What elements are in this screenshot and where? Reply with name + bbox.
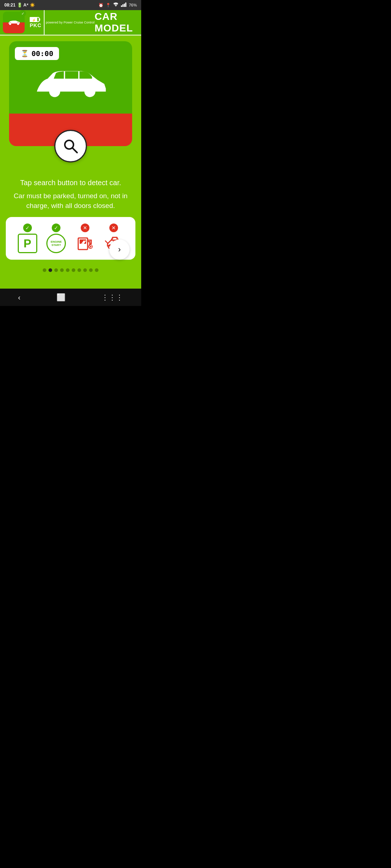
search-button[interactable] [54, 130, 87, 162]
charging-check-icon: ✕ [81, 224, 89, 232]
nav-home-button[interactable]: ⬜ [49, 290, 73, 305]
powered-by-label: powered by Power Cruise Control [45, 21, 95, 24]
car-card: ⏳ 00:00 [9, 41, 132, 146]
condition-engine: ✓ ENGINE START [46, 224, 66, 253]
nav-bar: ‹ ⬜ ⋮⋮⋮ [0, 289, 141, 306]
svg-point-4 [9, 23, 11, 25]
logo-check-badge: ✓ [20, 10, 26, 17]
pkc-icons: ⚡ [30, 17, 41, 22]
svg-point-5 [17, 23, 19, 25]
dot-1 [49, 268, 52, 272]
nav-menu-button[interactable]: ⋮⋮⋮ [94, 290, 130, 305]
svg-rect-0 [121, 5, 122, 7]
timer-badge: ⏳ 00:00 [15, 47, 59, 60]
status-bar: 08:21 🔋 Aˣ ☀️ ⏰ 📍 76% [0, 0, 141, 10]
parking-icon: P [18, 234, 37, 253]
svg-rect-3 [125, 3, 126, 7]
car-card-top: ⏳ 00:00 [9, 41, 132, 114]
parking-check-icon: ✓ [23, 224, 32, 232]
dot-6 [77, 268, 81, 272]
header-title-block: CAR MODEL [94, 11, 141, 34]
signal-bars [121, 3, 127, 8]
dot-9 [95, 268, 98, 272]
pkc-label: PKC [30, 22, 42, 28]
nav-back-button[interactable]: ‹ [11, 290, 28, 305]
instruction-line1: Tap search button to detect car. [10, 179, 131, 187]
bottom-area: › [6, 265, 135, 278]
timer-icon: ⏳ [21, 50, 29, 58]
page-title: CAR MODEL [94, 11, 141, 34]
dot-3 [60, 268, 64, 272]
instruction-line2: Car must be parked, turned on, not in ch… [10, 191, 131, 210]
charging-icon [75, 234, 95, 253]
svg-rect-8 [39, 18, 40, 21]
battery-level: 76% [129, 3, 137, 7]
condition-parking: ✓ P [18, 224, 37, 253]
engine-label-line2: START [51, 243, 61, 247]
pkc-block: ⚡ PKC [28, 10, 45, 35]
engine-icon: ENGINE START [46, 234, 66, 253]
next-icon: › [118, 245, 121, 254]
doors-check-icon: ✕ [109, 224, 118, 232]
dot-7 [83, 268, 87, 272]
dot-4 [66, 268, 70, 272]
engine-check-icon: ✓ [52, 224, 60, 232]
timer-value: 00:00 [31, 49, 53, 58]
status-left: 08:21 🔋 Aˣ ☀️ [4, 3, 35, 8]
status-right: ⏰ 📍 76% [98, 3, 137, 8]
dot-5 [72, 268, 75, 272]
wifi-icon [113, 3, 119, 8]
car-silhouette [31, 66, 110, 102]
search-icon [62, 137, 79, 155]
main-content: ⏳ 00:00 Tap search button to detec [0, 35, 141, 289]
engine-label-line1: ENGINE [51, 240, 62, 244]
app-header: ✓ ⚡ PKC powered by Power Cruise Control … [0, 10, 141, 35]
battery-icon: ⚡ [30, 17, 41, 22]
dot-2 [54, 268, 58, 272]
dot-8 [89, 268, 93, 272]
alarm-icon: ⏰ [98, 3, 104, 8]
next-button[interactable]: › [109, 239, 130, 260]
pagination [6, 265, 135, 278]
svg-line-11 [72, 148, 77, 153]
svg-point-14 [88, 244, 93, 249]
location-icon: 📍 [106, 3, 111, 8]
app-logo: ✓ [3, 12, 25, 33]
svg-rect-2 [124, 4, 125, 7]
svg-rect-1 [122, 4, 123, 7]
instructions-block: Tap search button to detect car. Car mus… [6, 179, 135, 210]
svg-text:⚡: ⚡ [32, 18, 36, 22]
dot-0 [43, 268, 46, 272]
condition-charging: ✕ [75, 224, 95, 253]
status-icons: 🔋 Aˣ ☀️ [17, 3, 35, 8]
status-time: 08:21 [4, 3, 16, 8]
logo-car-icon [7, 18, 21, 26]
